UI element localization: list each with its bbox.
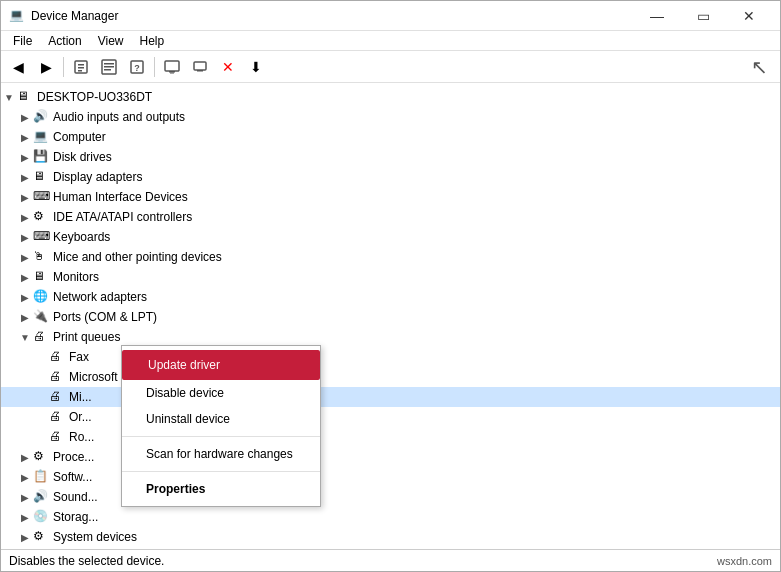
menu-bar: File Action View Help xyxy=(1,31,780,51)
close-button[interactable]: ✕ xyxy=(726,1,772,31)
tree-item-sound[interactable]: ▶ 🔊 Sound... xyxy=(1,487,780,507)
ports-toggle[interactable]: ▶ xyxy=(17,307,33,327)
toolbar-forward[interactable]: ▶ xyxy=(33,54,59,80)
toolbar-scan[interactable] xyxy=(96,54,122,80)
disk-label: Disk drives xyxy=(53,150,112,164)
hid-toggle[interactable]: ▶ xyxy=(17,187,33,207)
software-toggle[interactable]: ▶ xyxy=(17,467,33,487)
context-menu-scan-hardware[interactable]: Scan for hardware changes xyxy=(122,441,320,467)
tree-item-network[interactable]: ▶ 🌐 Network adapters xyxy=(1,287,780,307)
tree-item-or[interactable]: ▶ 🖨 Or... xyxy=(1,407,780,427)
ro-label: Ro... xyxy=(69,430,94,444)
storage-icon: 💿 xyxy=(33,509,49,525)
svg-rect-7 xyxy=(104,69,111,71)
monitors-toggle[interactable]: ▶ xyxy=(17,267,33,287)
toolbar-back[interactable]: ◀ xyxy=(5,54,31,80)
tree-item-print[interactable]: ▼ 🖨 Print queues xyxy=(1,327,780,347)
menu-file[interactable]: File xyxy=(5,32,40,50)
root-toggle[interactable]: ▼ xyxy=(1,87,17,107)
tree-item-ms-print-pdf[interactable]: ▶ 🖨 Microsoft Print to PDF xyxy=(1,367,780,387)
context-menu-sep-1 xyxy=(122,436,320,437)
tree-item-keyboards[interactable]: ▶ ⌨ Keyboards xyxy=(1,227,780,247)
network-label: Network adapters xyxy=(53,290,147,304)
context-menu: Update driver Disable device Uninstall d… xyxy=(121,345,321,507)
tree-item-audio[interactable]: ▶ 🔊 Audio inputs and outputs xyxy=(1,107,780,127)
computer-toggle[interactable]: ▶ xyxy=(17,127,33,147)
status-bar: Disables the selected device. wsxdn.com xyxy=(1,549,780,571)
processors-toggle[interactable]: ▶ xyxy=(17,447,33,467)
keyboards-toggle[interactable]: ▶ xyxy=(17,227,33,247)
menu-help[interactable]: Help xyxy=(132,32,173,50)
print-icon: 🖨 xyxy=(33,329,49,345)
tree-item-ports[interactable]: ▶ 🔌 Ports (COM & LPT) xyxy=(1,307,780,327)
root-label: DESKTOP-UO336DT xyxy=(37,90,152,104)
status-right-text: wsxdn.com xyxy=(717,555,772,567)
context-menu-update-driver[interactable]: Update driver xyxy=(122,350,320,380)
display-toggle[interactable]: ▶ xyxy=(17,167,33,187)
system-devices-toggle[interactable]: ▶ xyxy=(17,527,33,547)
sound-icon: 🔊 xyxy=(33,489,49,505)
tree-item-computer[interactable]: ▶ 💻 Computer xyxy=(1,127,780,147)
tree-item-ro[interactable]: ▶ 🖨 Ro... xyxy=(1,427,780,447)
svg-rect-10 xyxy=(165,61,179,71)
mi-icon: 🖨 xyxy=(49,389,65,405)
toolbar-help[interactable]: ? xyxy=(124,54,150,80)
audio-toggle[interactable]: ▶ xyxy=(17,107,33,127)
tree-item-processors[interactable]: ▶ ⚙ Proce... xyxy=(1,447,780,467)
minimize-button[interactable]: — xyxy=(634,1,680,31)
context-menu-sep-2 xyxy=(122,471,320,472)
storage-toggle[interactable]: ▶ xyxy=(17,507,33,527)
context-menu-disable-device[interactable]: Disable device xyxy=(122,380,320,406)
title-bar-controls: — ▭ ✕ xyxy=(634,1,772,31)
context-menu-uninstall-device[interactable]: Uninstall device xyxy=(122,406,320,432)
audio-label: Audio inputs and outputs xyxy=(53,110,185,124)
sound-toggle[interactable]: ▶ xyxy=(17,487,33,507)
tree-item-system-devices[interactable]: ▶ ⚙ System devices xyxy=(1,527,780,547)
toolbar-download[interactable]: ⬇ xyxy=(243,54,269,80)
tree-item-hid[interactable]: ▶ ⌨ Human Interface Devices xyxy=(1,187,780,207)
tree-item-fax[interactable]: ▶ 🖨 Fax xyxy=(1,347,780,367)
menu-action[interactable]: Action xyxy=(40,32,89,50)
toolbar-device[interactable] xyxy=(187,54,213,80)
tree-item-ide[interactable]: ▶ ⚙ IDE ATA/ATAPI controllers xyxy=(1,207,780,227)
tree-item-mi[interactable]: ▶ 🖨 Mi... xyxy=(1,387,780,407)
ports-label: Ports (COM & LPT) xyxy=(53,310,157,324)
toolbar-sep-2 xyxy=(154,57,155,77)
disk-toggle[interactable]: ▶ xyxy=(17,147,33,167)
tree-item-storage[interactable]: ▶ 💿 Storag... xyxy=(1,507,780,527)
computer-icon: 💻 xyxy=(33,129,49,145)
mice-icon: 🖱 xyxy=(33,249,49,265)
menu-view[interactable]: View xyxy=(90,32,132,50)
usb-toggle[interactable]: ▶ xyxy=(17,547,33,549)
tree-item-display[interactable]: ▶ 🖥 Display adapters xyxy=(1,167,780,187)
context-menu-properties[interactable]: Properties xyxy=(122,476,320,502)
mice-toggle[interactable]: ▶ xyxy=(17,247,33,267)
tree-panel[interactable]: ▼ 🖥 DESKTOP-UO336DT ▶ 🔊 Audio inputs and… xyxy=(1,83,780,549)
toolbar-monitor[interactable] xyxy=(159,54,185,80)
system-devices-label: System devices xyxy=(53,530,137,544)
toolbar-remove[interactable]: ✕ xyxy=(215,54,241,80)
hid-icon: ⌨ xyxy=(33,189,49,205)
tree-item-usb[interactable]: ▶ 🔗 Universal Serial Bus controllers xyxy=(1,547,780,549)
network-toggle[interactable]: ▶ xyxy=(17,287,33,307)
ms-print-pdf-icon: 🖨 xyxy=(49,369,65,385)
tree-item-software[interactable]: ▶ 📋 Softw... xyxy=(1,467,780,487)
print-toggle[interactable]: ▼ xyxy=(17,327,33,347)
ro-icon: 🖨 xyxy=(49,429,65,445)
tree-item-mice[interactable]: ▶ 🖱 Mice and other pointing devices xyxy=(1,247,780,267)
toolbar-properties[interactable] xyxy=(68,54,94,80)
software-icon: 📋 xyxy=(33,469,49,485)
ide-toggle[interactable]: ▶ xyxy=(17,207,33,227)
tree-item-monitors[interactable]: ▶ 🖥 Monitors xyxy=(1,267,780,287)
monitors-label: Monitors xyxy=(53,270,99,284)
maximize-button[interactable]: ▭ xyxy=(680,1,726,31)
svg-rect-1 xyxy=(78,64,84,66)
tree-root[interactable]: ▼ 🖥 DESKTOP-UO336DT xyxy=(1,87,780,107)
disk-icon: 💾 xyxy=(33,149,49,165)
content-area: ▼ 🖥 DESKTOP-UO336DT ▶ 🔊 Audio inputs and… xyxy=(1,83,780,549)
tree-item-disk[interactable]: ▶ 💾 Disk drives xyxy=(1,147,780,167)
svg-rect-14 xyxy=(197,70,203,72)
status-text: Disables the selected device. xyxy=(9,554,164,568)
or-icon: 🖨 xyxy=(49,409,65,425)
svg-rect-11 xyxy=(169,71,175,73)
